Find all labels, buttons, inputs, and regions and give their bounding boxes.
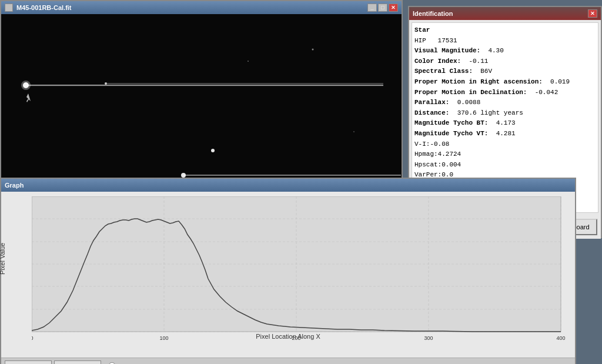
graph-title: Graph — [5, 182, 24, 189]
svg-point-7 — [105, 82, 107, 85]
graph-titlebar: Graph — [1, 179, 575, 192]
star-field-svg — [1, 14, 402, 178]
image-canvas — [1, 14, 402, 178]
close-image-button[interactable]: ✕ — [389, 4, 398, 12]
distance: Distance: 370.6 light years — [414, 108, 596, 119]
svg-point-14 — [248, 61, 249, 62]
star-type: Star — [414, 25, 596, 36]
svg-point-13 — [312, 49, 314, 51]
title-icon — [5, 4, 13, 12]
window-controls: _ □ ✕ — [367, 4, 398, 12]
spectral-class: Spectral Class: B6V — [414, 66, 596, 77]
id-window-controls: ✕ — [588, 9, 597, 18]
proper-motion-dec: Proper Motion in Declination: -0.042 — [414, 88, 596, 98]
x-axis-label: Pixel Location Along X — [256, 333, 320, 340]
id-titlebar: Identification ✕ — [409, 7, 601, 20]
image-window: M45-001RB-Cal.fit _ □ ✕ — [0, 0, 403, 178]
svg-text:0: 0 — [32, 335, 34, 341]
tycho-v: Magnitude Tycho VT: 4.281 — [414, 129, 596, 139]
svg-text:300: 300 — [424, 335, 433, 341]
maximize-button[interactable]: □ — [378, 4, 387, 12]
tycho-b: Magnitude Tycho BT: 4.173 — [414, 118, 596, 129]
graph-btn-2[interactable] — [54, 360, 101, 365]
minimize-button[interactable]: _ — [367, 4, 377, 12]
svg-text:100: 100 — [159, 335, 168, 341]
image-titlebar: M45-001RB-Cal.fit _ □ ✕ — [1, 1, 402, 14]
y-axis-label: Pixel Value — [0, 243, 6, 275]
svg-rect-0 — [1, 14, 402, 178]
svg-point-9 — [211, 149, 215, 152]
visual-mag: Visual Magnitude: 4.30 — [414, 46, 596, 56]
graph-bottom-bar: Mean — [1, 358, 575, 364]
color-index: Color Index: -0.11 — [414, 56, 596, 67]
vi: V-I:-0.08 — [414, 139, 596, 150]
close-id-button[interactable]: ✕ — [588, 9, 597, 18]
id-title: Identification — [413, 10, 453, 17]
parallax: Parallax: 0.0088 — [414, 98, 596, 108]
graph-window: Graph Pixel Value 0 5000 10000 1 — [0, 178, 576, 364]
svg-point-15 — [353, 131, 354, 132]
hpmag: Hpmag:4.2724 — [414, 149, 596, 160]
hip-line: HIP 17531 — [414, 36, 596, 46]
image-title: M45-001RB-Cal.fit — [16, 4, 72, 11]
graph-content: Pixel Value 0 5000 10000 15000 20000 — [1, 192, 575, 358]
graph-svg: 0 5000 10000 15000 20000 25000 30000 0 1… — [32, 196, 584, 352]
svg-text:400: 400 — [556, 335, 565, 341]
hpscat: Hpscat:0.004 — [414, 160, 596, 171]
graph-btn-1[interactable] — [5, 360, 52, 365]
proper-motion-ra: Proper Motion in Right ascension: 0.019 — [414, 77, 596, 88]
